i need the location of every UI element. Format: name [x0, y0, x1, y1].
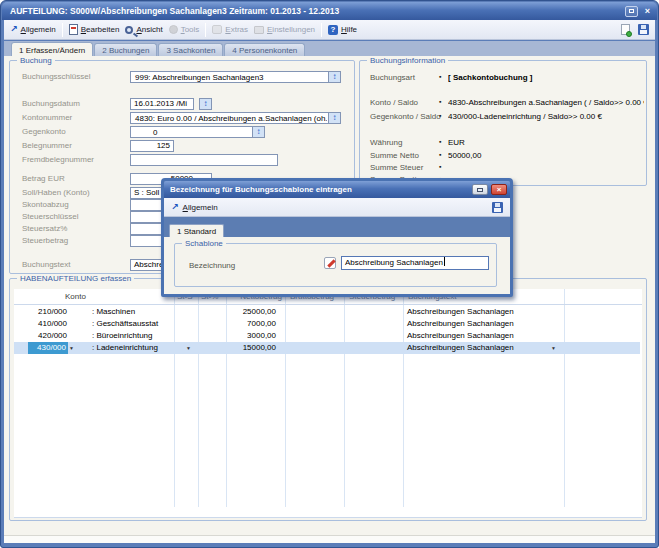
cell-nettobetrag: 7000,00 [226, 319, 276, 328]
tab-erfassen-aendern[interactable]: 1 Erfassen/Ändern [11, 42, 93, 56]
restore-icon [477, 188, 483, 192]
buchungsschluessel-combo[interactable]: 999: Abschreibungen Sachanlagen3 ↕ [130, 71, 341, 83]
cell-kontoname: : Maschinen [92, 307, 135, 316]
toolbar-separator [321, 23, 322, 37]
toolbar-separator [205, 23, 206, 37]
cell-konto: 410/000 [22, 319, 67, 328]
field-label: Soll/Haben (Konto) [22, 188, 90, 197]
table-row[interactable]: 420/000 : Büroeinrichtung 3000,00 Abschr… [14, 330, 640, 342]
spinner-icon[interactable]: ↕ [252, 127, 264, 137]
dialog-titlebar[interactable]: Bezeichnung für Buchungsschablone eintra… [164, 181, 510, 198]
gegenkonto-combo[interactable]: 0 ↕ [130, 126, 265, 138]
window-title: AUFTEILUNG: S000W/Abschreibungen Sachanl… [10, 6, 625, 16]
cell-buchungstext: Abschreibungen Sachanlagen [407, 343, 514, 352]
dialog-save-icon[interactable] [492, 202, 503, 213]
bullet-icon: ▪ [439, 151, 441, 158]
group-legend: Buchungsinformation [367, 56, 448, 65]
kontonummer-combo[interactable]: 4830: Euro 0.00 / Abschreibungen a.Sacha… [130, 112, 341, 124]
dialog-menu-allgemein[interactable]: Allgemein [183, 203, 218, 212]
combo-value: 4830: Euro 0.00 / Abschreibungen a.Sacha… [131, 113, 327, 123]
form-row: Kontonummer 4830: Euro 0.00 / Abschreibu… [10, 112, 354, 124]
fremdbelegnummer-input[interactable] [130, 154, 278, 166]
field-label: Skontoabzug [22, 200, 69, 209]
form-row: Buchungsdatum 16.01.2013 /Mi ↕ [10, 98, 354, 110]
dialog-close-button[interactable]: × [491, 184, 507, 195]
cell-kontoname: : Ladeneinrichtung [92, 343, 158, 352]
group-legend: Buchung [17, 56, 55, 65]
tab-sachkonten[interactable]: 3 Sachkonten [158, 43, 223, 56]
info-value: EUR [448, 138, 644, 147]
form-row: Fremdbelegnummer [10, 154, 354, 166]
app-window: AUFTEILUNG: S000W/Abschreibungen Sachanl… [0, 0, 659, 548]
menu-hilfe[interactable]: ? Hilfe [328, 25, 357, 35]
field-label: Steuerbetrag [22, 236, 68, 245]
dropdown-icon[interactable]: ▼ [69, 345, 74, 351]
field-label: Betrag EUR [22, 174, 65, 183]
cell-konto: 210/000 [22, 307, 67, 316]
belegnummer-input[interactable]: 125 [130, 140, 174, 152]
tab-buchungen[interactable]: 2 Buchungen [94, 43, 157, 56]
info-row: Summe Netto ▪ 50000,00 [360, 151, 644, 162]
field-label: Kontonummer [22, 113, 72, 122]
dialog-restore-button[interactable] [472, 184, 488, 195]
close-button[interactable]: × [643, 6, 652, 17]
dialog-tab-standard[interactable]: 1 Standard [169, 224, 224, 237]
info-label: Gegenkonto / Saldo [370, 112, 441, 121]
bullet-icon: ▪ [439, 112, 441, 119]
buchungsdatum-input[interactable]: 16.01.2013 /Mi [130, 98, 194, 110]
cell-konto-selected[interactable]: 430/000 [28, 342, 68, 354]
aufteilung-table[interactable]: Konto St-S St-% Nettobetrag Bruttobetrag… [14, 289, 642, 517]
edit-icon [69, 24, 78, 35]
field-label: Buchungstext [22, 260, 70, 269]
arrow-ne-icon: ↗ [171, 203, 179, 212]
dropdown-icon[interactable]: ▼ [186, 345, 191, 351]
info-row: Währung ▪ EUR [360, 138, 644, 149]
form-row: Buchungsschlüssel 999: Abschreibungen Sa… [10, 71, 354, 83]
new-document-icon[interactable] [621, 24, 630, 35]
titlebar[interactable]: AUFTEILUNG: S000W/Abschreibungen Sachanl… [2, 2, 657, 20]
info-label: Buchungsart [370, 73, 415, 82]
cell-nettobetrag: 25000,00 [226, 307, 276, 316]
field-label: Steuersatz% [22, 224, 67, 233]
table-row[interactable]: 210/000 : Maschinen 25000,00 Abschreibun… [14, 306, 640, 318]
status-strip [4, 535, 655, 543]
cell-kontoname: : Geschäftsausstat [92, 319, 158, 328]
info-label: Summe Netto [370, 151, 419, 160]
table-bottom-line [14, 517, 642, 518]
cell-buchungstext: Abschreibungen Sachanlagen [407, 331, 514, 340]
menu-bearbeiten[interactable]: Bearbeiten [69, 24, 120, 35]
form-row: Gegenkonto 0 ↕ [10, 126, 354, 138]
tab-personenkonten[interactable]: 4 Personenkonten [224, 43, 305, 56]
info-value: 4830-Abschreibungen a.Sachanlagen ( / Sa… [448, 98, 644, 107]
edit-pencil-icon[interactable] [324, 257, 336, 269]
spinner-icon[interactable]: ↕ [328, 113, 340, 123]
menu-extras: Extras [212, 25, 248, 34]
tools-icon [169, 25, 178, 34]
field-label: Gegenkonto [22, 127, 66, 136]
arrow-ne-icon: ↗ [10, 25, 18, 34]
info-value: 50000,00 [448, 151, 644, 160]
table-row-selected[interactable]: 430/000 ▼ : Ladeneinrichtung ▼ 15000,00 … [14, 342, 640, 354]
info-value: [ Sachkontobuchung ] [448, 73, 644, 82]
menu-tools: Tools [169, 25, 200, 34]
column-header[interactable]: Konto [65, 292, 86, 301]
dropdown-icon[interactable]: ▼ [551, 345, 556, 351]
table-row[interactable]: 410/000 : Geschäftsausstat 7000,00 Absch… [14, 318, 640, 330]
help-icon: ? [328, 25, 338, 35]
menu-label: Ansicht [136, 25, 162, 34]
spinner-icon[interactable]: ↕ [199, 98, 212, 110]
field-label: Belegnummer [22, 141, 72, 150]
menu-ansicht[interactable]: Ansicht [125, 25, 162, 34]
field-label: Steuerschlüssel [22, 212, 78, 221]
menu-label: Bearbeiten [81, 25, 120, 34]
dialog-buchungsschablone: Bezeichnung für Buchungsschablone eintra… [161, 178, 513, 297]
bezeichnung-input[interactable]: Abschreibung Sachanlagen [341, 256, 489, 270]
info-value: 430/000-Ladeneinrichtung / Saldo>> 0.00 … [448, 112, 644, 121]
bullet-icon: ▪ [439, 163, 441, 170]
info-row: Buchungsart ▪ [ Sachkontobuchung ] [360, 73, 644, 84]
restore-button[interactable] [625, 6, 638, 17]
spinner-icon[interactable]: ↕ [328, 72, 340, 82]
menu-allgemein[interactable]: ↗ Allgemein [10, 25, 56, 34]
group-buchungsinformation: Buchungsinformation Buchungsart ▪ [ Sach… [359, 60, 647, 186]
save-icon[interactable] [638, 24, 649, 35]
